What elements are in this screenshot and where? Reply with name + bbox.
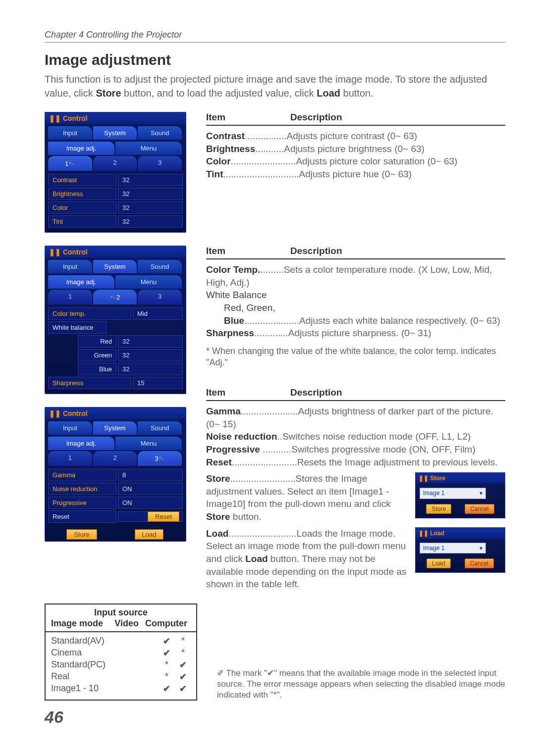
row-wb-blue[interactable]: Blue [78, 363, 116, 375]
row-whitebalance: White balance [48, 321, 107, 334]
tab-system[interactable]: System [93, 126, 137, 140]
tab-sound[interactable]: Sound [138, 126, 182, 140]
table-row: Cinema✔* [51, 647, 191, 659]
subtab-menu[interactable]: Menu [115, 437, 182, 450]
page-tab-1[interactable]: 1↖ [48, 156, 92, 171]
def: ................Adjusts picture contrast… [245, 131, 417, 141]
subtab-menu[interactable]: Menu [115, 142, 182, 155]
row-contrast[interactable]: Contrast [48, 174, 116, 186]
val-gamma[interactable]: 8 [118, 469, 183, 481]
store-image-select[interactable]: Image 1▾ [420, 488, 486, 499]
cursor-icon: ↖ [67, 158, 76, 168]
row-gamma[interactable]: Gamma [48, 469, 116, 481]
tab-input[interactable]: Input [48, 260, 92, 273]
table-row: Standard(AV)✔* [51, 635, 191, 647]
load-button[interactable]: Load [135, 529, 164, 540]
subtab-imageadj[interactable]: Image adj. [48, 275, 114, 289]
val-wb-red[interactable]: 32 [118, 335, 183, 348]
panel-title: ❚❚ Control [45, 246, 186, 258]
table-row: Standard(PC)*✔ [51, 659, 191, 671]
val-wb-blue[interactable]: 32 [118, 363, 183, 375]
val-wb-green[interactable]: 32 [118, 349, 183, 361]
intro-store-ref: Store [96, 88, 121, 99]
chapter-heading: Chapter 4 Controlling the Projector [45, 30, 505, 43]
tab-sound[interactable]: Sound [138, 260, 182, 273]
col-desc: Description [290, 246, 342, 256]
row-tint[interactable]: Tint [48, 215, 116, 228]
row-noisereduction[interactable]: Noise reduction [48, 483, 116, 495]
store-dialog-title: ❚❚ Store [416, 473, 505, 484]
subtab-imageadj[interactable]: Image adj. [48, 437, 114, 450]
page-title: Image adjustment [45, 51, 505, 68]
store-ref: Store [206, 511, 230, 522]
tab-input[interactable]: Input [48, 421, 92, 435]
control-panel-page1: ❚❚ Control Input System Sound Image adj.… [45, 112, 186, 233]
wb-heading: White Balance [206, 289, 505, 302]
th-computer: Computer [141, 618, 191, 629]
intro-part: button. [340, 88, 374, 99]
page-tab-3[interactable]: 3 [138, 156, 182, 171]
tab-input[interactable]: Input [48, 126, 92, 140]
load-cancel-button[interactable]: Cancel [465, 558, 494, 568]
store-cancel-button[interactable]: Cancel [465, 504, 494, 514]
wb-note: * When changing the value of the white b… [206, 346, 505, 369]
input-source-table: Input source Image modeVideoComputer Sta… [45, 604, 197, 701]
tab-sound[interactable]: Sound [138, 421, 182, 435]
load-ref: Load [245, 554, 268, 564]
val-color[interactable]: 32 [118, 202, 183, 214]
store-dialog: ❚❚ Store Image 1▾ Store Cancel [415, 472, 505, 518]
val-brightness[interactable]: 32 [118, 188, 183, 200]
table-row: Image1 - 10✔✔ [51, 683, 191, 695]
term: Reset [206, 457, 232, 467]
reset-button[interactable]: Reset [148, 511, 179, 522]
row-sharpness[interactable]: Sharpness [48, 377, 131, 389]
val-progressive[interactable]: ON [118, 497, 183, 509]
def: ......................Adjusts brightness… [206, 406, 493, 429]
def: .....................Adjusts each white … [244, 315, 500, 326]
term: Contrast [206, 131, 245, 141]
term: Blue [224, 315, 244, 326]
page-number: 46 [45, 707, 505, 727]
intro-load-ref: Load [317, 88, 340, 99]
val-colortemp[interactable]: Mid [133, 307, 183, 320]
store-button[interactable]: Store [66, 529, 97, 540]
desc-list-3: Gamma......................Adjusts brigh… [206, 405, 505, 591]
val-noisereduction[interactable]: ON [118, 483, 183, 495]
row-progressive[interactable]: Progressive [48, 497, 116, 509]
row-colortemp[interactable]: Color temp. [48, 307, 131, 320]
row-wb-green[interactable]: Green [78, 349, 116, 361]
page-tab-3[interactable]: 3↖ [138, 451, 182, 466]
row-wb-red[interactable]: Red [78, 335, 116, 348]
page-tab-1[interactable]: 1 [48, 451, 92, 466]
page-tab-2[interactable]: 2 [93, 451, 137, 466]
subtab-imageadj[interactable]: Image adj. [48, 142, 114, 155]
page-tab-2[interactable]: ↖2 [93, 290, 137, 304]
chevron-down-icon: ▾ [480, 489, 482, 497]
page-tab-1[interactable]: 1 [48, 290, 92, 304]
page-tab-2[interactable]: 2 [93, 156, 137, 171]
panel-title: ❚❚ Control [45, 112, 186, 124]
tab-system[interactable]: System [93, 421, 137, 435]
tab-system[interactable]: System [93, 260, 137, 273]
load-image-select[interactable]: Image 1▾ [420, 543, 486, 554]
load-confirm-button[interactable]: Load [427, 558, 451, 568]
subtab-menu[interactable]: Menu [115, 275, 182, 289]
row-color[interactable]: Color [48, 202, 116, 214]
val-tint[interactable]: 32 [118, 215, 183, 228]
load-dialog-title: ❚❚ Load [416, 528, 505, 539]
def: ..Switches noise reduction mode (OFF, L1… [277, 431, 471, 442]
row-brightness[interactable]: Brightness [48, 188, 116, 200]
src-title: Input source [51, 607, 191, 618]
table-row: Real*✔ [51, 671, 191, 683]
term: Load [206, 528, 228, 539]
panel-title-text: Control [63, 409, 88, 417]
control-panel-page2: ❚❚ Control Input System Sound Image adj.… [45, 246, 186, 394]
def: .........................Stores the Imag… [206, 473, 391, 509]
val-contrast[interactable]: 32 [118, 174, 183, 186]
load-dialog: ❚❚ Load Image 1▾ Load Cancel [415, 527, 505, 573]
page-tab-3[interactable]: 3 [138, 290, 182, 304]
term: Brightness [206, 144, 255, 154]
store-confirm-button[interactable]: Store [426, 504, 451, 514]
row-reset: Reset [48, 510, 116, 523]
val-sharpness[interactable]: 15 [133, 377, 183, 389]
